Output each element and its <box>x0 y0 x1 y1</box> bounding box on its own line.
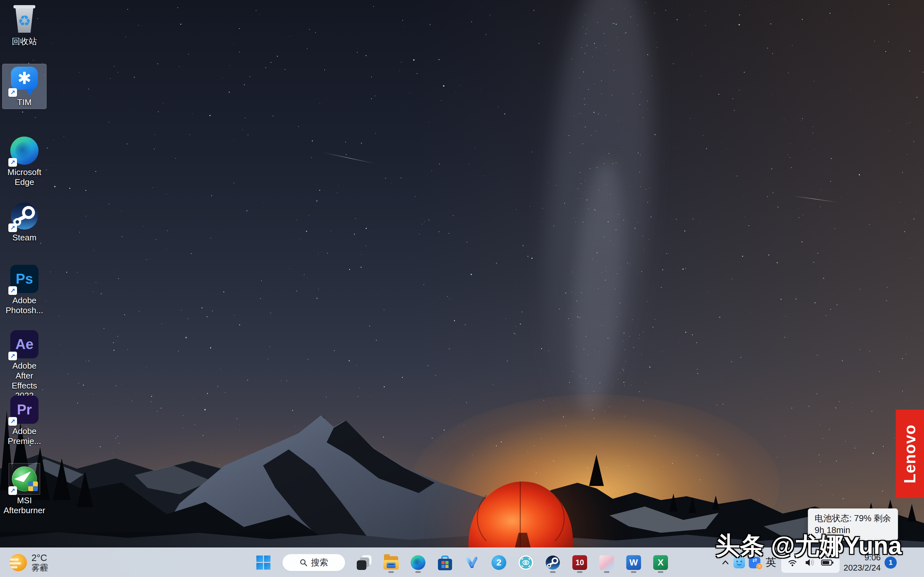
taskbar-anime-app-button[interactable] <box>599 551 615 574</box>
search-placeholder: 搜索 <box>311 557 328 568</box>
taskbar-weather-widget[interactable]: 2°C 雾霾 <box>6 548 51 577</box>
recycle-glyph: ♻ <box>9 6 40 35</box>
tray-show-hidden-icons-button[interactable] <box>721 558 730 567</box>
msi-afterburner-icon: ↗ <box>9 464 40 494</box>
shortcut-arrow-icon: ↗ <box>8 286 17 295</box>
taskbar-app10-button[interactable]: 10 <box>572 551 588 574</box>
tim-icon: ✱ ↗ <box>9 65 40 96</box>
taskbar-word-button[interactable]: W <box>626 551 642 574</box>
taskbar-edge-button[interactable] <box>410 551 426 574</box>
tencent-meeting-icon <box>465 555 479 570</box>
icon-label: Microsoft Edge <box>7 167 41 187</box>
weather-temp: 2°C <box>31 553 48 563</box>
steam-icon <box>545 555 560 570</box>
tray-system-icons[interactable] <box>781 552 840 573</box>
hazy-sun-icon <box>10 554 27 571</box>
icon-label: TIM <box>17 97 32 107</box>
shortcut-arrow-icon: ↗ <box>8 88 17 97</box>
recycle-bin-icon: ♻ <box>9 5 40 35</box>
desktop-icon-recycle-bin[interactable]: ♻ 回收站 <box>3 3 46 48</box>
tray-clock[interactable]: 9:06 2023/2/24 <box>843 552 881 573</box>
shortcut-arrow-icon: ↗ <box>8 351 17 360</box>
icon-label: Adobe Photosh... <box>5 295 43 316</box>
lenovo-logo-banner: Lenovo <box>896 410 924 498</box>
tray-translate-button[interactable]: ⇄ = <box>749 557 760 568</box>
shortcut-arrow-icon: ↗ <box>8 223 17 232</box>
task-view-icon <box>357 555 372 570</box>
taskbar-store-button[interactable] <box>437 551 453 574</box>
battery-status-line2: 9h 18min <box>814 524 891 536</box>
notification-count-badge[interactable]: 1 <box>885 556 897 569</box>
battery-icon <box>821 559 834 566</box>
desktop-icon-msi-afterburner[interactable]: ↗ MSI Afterburner <box>3 462 46 517</box>
taskbar: 2°C 雾霾 搜索 <box>0 548 924 577</box>
taskbar-eyecare-button[interactable] <box>518 551 534 574</box>
translate-icon: ⇄ = <box>749 557 760 568</box>
taskbar-steam-button[interactable] <box>545 551 561 574</box>
taskbar-excel-button[interactable]: X <box>653 551 669 574</box>
running-indicator <box>550 571 556 573</box>
eye-capture-icon <box>519 555 533 570</box>
desktop-wallpaper <box>0 0 924 577</box>
desktop-icon-after-effects[interactable]: Ae ↗ Adobe After Effects 2022 <box>3 327 46 402</box>
edge-icon <box>411 555 425 570</box>
battery-status-tooltip: 电池状态: 79% 剩余 9h 18min <box>808 508 898 540</box>
weather-condition: 雾霾 <box>31 563 48 572</box>
shortcut-arrow-icon: ↗ <box>8 417 17 426</box>
taskbar-file-explorer-button[interactable] <box>383 551 399 574</box>
icon-label: MSI Afterburner <box>3 496 45 516</box>
excel-icon: X <box>653 555 668 570</box>
search-icon <box>299 558 308 567</box>
file-explorer-icon <box>383 556 399 570</box>
tree-layer <box>0 0 924 577</box>
microsoft-store-icon <box>438 555 452 570</box>
running-indicator <box>415 571 421 573</box>
taskbar-start-button[interactable] <box>255 551 271 574</box>
desktop-icon-premiere[interactable]: Pr ↗ Adobe Premie... <box>3 393 46 448</box>
icon-label: Steam <box>12 233 36 243</box>
desktop-icon-tim[interactable]: ✱ ↗ TIM <box>3 64 46 109</box>
shortcut-arrow-icon: ↗ <box>8 486 17 495</box>
anime-app-icon <box>599 555 614 570</box>
running-indicator <box>631 571 636 573</box>
icon-label: 回收站 <box>12 37 37 47</box>
speaker-icon <box>804 557 815 568</box>
after-effects-icon: Ae ↗ <box>9 329 40 359</box>
steam-icon: ↗ <box>9 201 40 231</box>
edge-icon: ↗ <box>9 135 40 166</box>
wifi-icon <box>787 557 798 568</box>
desktop-icon-steam[interactable]: ↗ Steam <box>3 199 46 244</box>
tray-time: 9:06 <box>843 552 881 562</box>
word-icon: W <box>626 555 641 570</box>
desktop-icon-microsoft-edge[interactable]: ↗ Microsoft Edge <box>3 134 46 189</box>
premiere-icon: Pr ↗ <box>9 394 40 425</box>
blue-2-app-icon: 2 <box>491 555 506 570</box>
app-10-icon: 10 <box>572 555 587 570</box>
shortcut-arrow-icon: ↗ <box>8 158 17 167</box>
tray-ime-indicator[interactable]: 英 <box>764 555 777 570</box>
photoshop-icon: Ps ↗ <box>9 263 40 294</box>
running-indicator <box>389 571 394 573</box>
icon-label: Adobe Premie... <box>8 426 41 446</box>
windows-logo-icon <box>256 556 270 570</box>
tim-star-glyph: ✱ <box>17 70 31 87</box>
running-indicator <box>577 571 583 573</box>
taskbar-meeting-button[interactable] <box>464 551 480 574</box>
running-indicator <box>604 571 610 573</box>
desktop-icon-photoshop[interactable]: Ps ↗ Adobe Photosh... <box>3 262 46 317</box>
chevron-up-icon <box>721 558 730 567</box>
tray-date: 2023/2/24 <box>843 562 881 573</box>
taskbar-app2-button[interactable]: 2 <box>491 551 507 574</box>
taskbar-task-view-button[interactable] <box>356 551 372 574</box>
running-indicator <box>658 571 664 573</box>
taskbar-search[interactable]: 搜索 <box>282 554 345 571</box>
battery-status-line1: 电池状态: 79% 剩余 <box>814 513 891 524</box>
tim-smiley-icon <box>733 557 745 568</box>
tray-tim-button[interactable] <box>733 557 745 568</box>
